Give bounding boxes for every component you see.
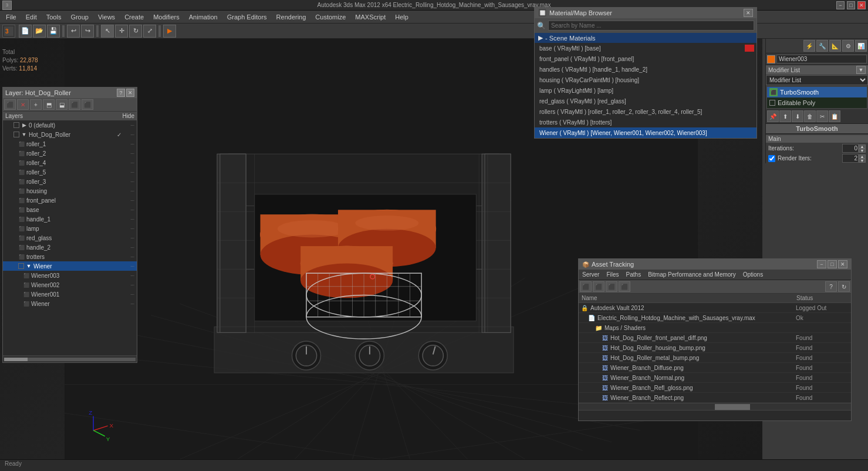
render-btn[interactable]: ▶	[163, 25, 176, 38]
asset-row-vault[interactable]: 🔒 Autodesk Vault 2012 Logged Out	[579, 303, 851, 313]
layer-item-redglass[interactable]: ⬛ red_glass ···	[3, 233, 137, 243]
new-btn[interactable]: 📄	[19, 25, 32, 38]
layer-close-btn[interactable]: ✕	[126, 89, 134, 97]
layer-item-roller4[interactable]: ⬛ roller_4 ···	[3, 158, 137, 167]
asset-btn-3[interactable]: ⬛	[606, 281, 617, 292]
menu-views[interactable]: Views	[93, 12, 120, 22]
layer-item-wiener002[interactable]: ⬛ Wiener002 ···	[3, 280, 137, 290]
layer-item-roller3[interactable]: ⬛ roller_3 ···	[3, 177, 137, 186]
ts-render-iter-down[interactable]: ▼	[859, 159, 866, 163]
layer-tool-add[interactable]: +	[30, 99, 42, 110]
asset-menu-paths[interactable]: Paths	[624, 271, 644, 278]
close-btn[interactable]: ✕	[857, 1, 866, 9]
mod-icon-1[interactable]: ⚡	[803, 40, 815, 52]
select-btn[interactable]: ↖	[101, 25, 114, 38]
asset-row-maps-folder[interactable]: 📁 Maps / Shaders	[579, 323, 851, 333]
open-btn[interactable]: 📂	[33, 25, 46, 38]
layer-item-wiener-group[interactable]: ▼ Wiener ···	[3, 261, 137, 271]
move-btn[interactable]: ✛	[115, 25, 128, 38]
modifier-item-editable-poly[interactable]: Editable Poly	[767, 97, 867, 108]
menu-customize[interactable]: Customize	[310, 12, 350, 22]
ts-iter-down[interactable]: ▼	[859, 149, 866, 153]
layer-item-wiener[interactable]: ⬛ Wiener ···	[3, 299, 137, 308]
ts-iterations-input[interactable]	[842, 144, 859, 153]
layer-scrollbar-track[interactable]	[4, 358, 136, 361]
menu-graph-editors[interactable]: Graph Editors	[222, 12, 272, 22]
object-name-field[interactable]	[776, 55, 867, 63]
ts-iter-up[interactable]: ▲	[859, 144, 866, 149]
stack-icon-2[interactable]: ⬇	[792, 110, 803, 122]
menu-maxscript[interactable]: MAXScript	[350, 12, 390, 22]
layer-tool-4[interactable]: ⬒	[43, 99, 55, 110]
pin-icon[interactable]: 📌	[767, 110, 779, 122]
asset-row-metal-bump[interactable]: 🖼 Hot_Dog_Roller_metal_bump.png Found	[579, 353, 851, 363]
menu-group[interactable]: Group	[66, 12, 93, 22]
mat-item-housing[interactable]: housing ( VRayCarPaintMtl ) [housing]	[535, 75, 756, 85]
layer-help-btn[interactable]: ?	[117, 89, 125, 97]
undo-btn[interactable]: ↩	[67, 25, 80, 38]
mat-item-rollers[interactable]: rollers ( VRayMtl ) [roller_1, roller_2,…	[535, 106, 756, 117]
mod-icon-5[interactable]: 📊	[855, 40, 867, 52]
asset-menu-options[interactable]: Options	[741, 271, 765, 278]
layer-item-default[interactable]: ▶ 0 (default) ···	[3, 120, 137, 130]
ts-render-check[interactable]	[768, 155, 775, 162]
ts-render-iter-up[interactable]: ▲	[859, 154, 866, 159]
asset-row-maxfile[interactable]: 📄 Electric_Rolling_Hotdog_Machine_with_S…	[579, 313, 851, 323]
layer-item-handle2[interactable]: ⬛ handle_2 ···	[3, 243, 137, 252]
stack-icon-1[interactable]: ⬆	[779, 110, 791, 122]
layer-check-default[interactable]	[13, 122, 19, 128]
layer-tool-5[interactable]: ⬓	[56, 99, 67, 110]
asset-scrollbar-thumb[interactable]	[715, 404, 750, 410]
mat-item-handles[interactable]: handles ( VRayMtl ) [handle_1, handle_2]	[535, 64, 756, 75]
minimize-btn[interactable]: −	[836, 1, 845, 9]
asset-btn-help[interactable]: ?	[825, 281, 837, 292]
layer-item-roller5[interactable]: ⬛ roller_5 ···	[3, 167, 137, 177]
ts-iterations-arrows[interactable]: ▲ ▼	[859, 144, 866, 153]
menu-rendering[interactable]: Rendering	[272, 12, 311, 22]
asset-menu-files[interactable]: Files	[604, 271, 621, 278]
menu-file[interactable]: File	[1, 12, 21, 22]
mat-item-trotters[interactable]: trotters ( VRayMtl ) [trotters]	[535, 117, 756, 127]
asset-btn-2[interactable]: ⬛	[593, 281, 604, 292]
menu-edit[interactable]: Edit	[21, 12, 42, 22]
menu-help[interactable]: Help	[390, 12, 413, 22]
mod-icon-4[interactable]: ⚙	[842, 40, 854, 52]
layer-expand-wiener[interactable]: ▼	[25, 263, 32, 270]
modifier-item-turbosmooth[interactable]: ⬛ TurboSmooth	[767, 87, 867, 97]
mat-item-lamp[interactable]: lamp ( VRayLightMtl ) [lamp]	[535, 85, 756, 96]
ts-render-iters-input[interactable]	[842, 154, 859, 163]
layer-scrollbar-thumb[interactable]	[4, 358, 28, 361]
layer-item-frontpanel[interactable]: ⬛ front_panel ···	[3, 196, 137, 205]
asset-row-wiener-refl-gloss[interactable]: 🖼 Wiener_Branch_Refl_gloss.png Found	[579, 383, 851, 393]
layer-scrollbar[interactable]	[3, 355, 137, 362]
asset-row-wiener-normal[interactable]: 🖼 Wiener_Branch_Normal.png Found	[579, 373, 851, 383]
asset-close-btn[interactable]: ✕	[838, 260, 847, 268]
layer-check-wiener[interactable]	[18, 263, 24, 269]
layer-expand-hotdog[interactable]: ▼	[21, 131, 28, 138]
layer-tool-6[interactable]: ⬛	[69, 99, 80, 110]
object-color-swatch[interactable]	[767, 55, 775, 63]
menu-animation[interactable]: Animation	[184, 12, 222, 22]
redo-btn[interactable]: ↪	[81, 25, 94, 38]
layer-item-roller1[interactable]: ⬛ roller_1 ···	[3, 139, 137, 149]
layer-check-hotdog[interactable]	[13, 132, 19, 137]
menu-modifiers[interactable]: Modifiers	[148, 12, 184, 22]
asset-menu-server[interactable]: Server	[580, 271, 602, 278]
layer-item-handle1[interactable]: ⬛ handle_1 ···	[3, 214, 137, 224]
menu-create[interactable]: Create	[120, 12, 148, 22]
modifier-dropdown-arrow[interactable]: ▼	[856, 66, 866, 74]
asset-btn-refresh[interactable]: ↻	[838, 281, 850, 292]
mat-item-wiener[interactable]: Wiener ( VRayMtl ) [Wiener, Wiener001, W…	[535, 127, 756, 138]
asset-menu-bitmap[interactable]: Bitmap Performance and Memory	[646, 271, 738, 278]
layer-list[interactable]: ▶ 0 (default) ··· ▼ Hot_Dog_Roller ✓ ···…	[3, 120, 137, 355]
stack-icon-5[interactable]: 📋	[829, 110, 840, 122]
ts-render-iters-spinbox[interactable]: ▲ ▼	[842, 154, 866, 163]
scale-btn[interactable]: ⤢	[143, 25, 156, 38]
modifier-dropdown[interactable]: Modifier List	[766, 75, 868, 85]
layer-tool-1[interactable]: ⬛	[4, 99, 16, 110]
layer-tool-7[interactable]: ⬛	[82, 99, 93, 110]
layer-item-wiener003[interactable]: ⬛ Wiener003 ···	[3, 271, 137, 280]
layer-item-trotters[interactable]: ⬛ trotters ···	[3, 252, 137, 261]
layer-item-housing[interactable]: ⬛ housing ···	[3, 186, 137, 196]
ts-iterations-spinbox[interactable]: ▲ ▼	[842, 144, 866, 153]
